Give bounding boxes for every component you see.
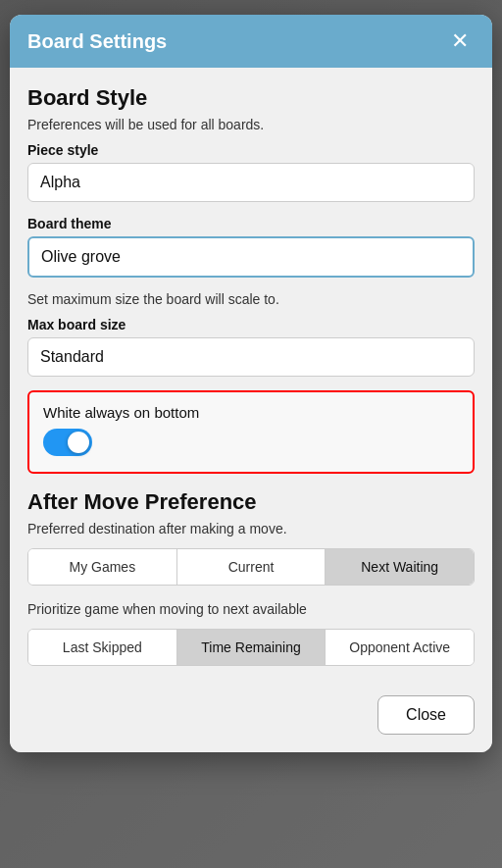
prioritize-desc: Prioritize game when moving to next avai… bbox=[27, 601, 475, 617]
max-board-size-label: Max board size bbox=[27, 317, 475, 332]
option-next-waiting[interactable]: Next Waiting bbox=[326, 549, 474, 585]
option-current[interactable]: Current bbox=[177, 549, 326, 585]
close-x-button[interactable]: ✕ bbox=[445, 28, 475, 54]
after-move-description: Preferred destination after making a mov… bbox=[27, 521, 475, 536]
white-bottom-label: White always on bottom bbox=[43, 404, 459, 421]
after-move-heading: After Move Preference bbox=[27, 489, 475, 515]
board-style-description: Preferences will be used for all boards. bbox=[27, 117, 475, 132]
toggle-thumb bbox=[68, 432, 89, 453]
max-size-desc: Set maximum size the board will scale to… bbox=[27, 291, 475, 307]
prioritize-options: Last Skipped Time Remaining Opponent Act… bbox=[27, 629, 475, 666]
modal-title: Board Settings bbox=[27, 30, 167, 53]
option-opponent-active[interactable]: Opponent Active bbox=[326, 630, 474, 665]
modal-body: Board Style Preferences will be used for… bbox=[10, 68, 492, 666]
after-move-options: My Games Current Next Waiting bbox=[27, 548, 475, 586]
board-style-heading: Board Style bbox=[27, 85, 475, 111]
board-style-section: Board Style Preferences will be used for… bbox=[27, 85, 475, 474]
after-move-section: After Move Preference Preferred destinat… bbox=[27, 489, 475, 666]
board-theme-input[interactable] bbox=[27, 236, 475, 278]
white-always-bottom-section: White always on bottom bbox=[27, 390, 475, 474]
board-theme-label: Board theme bbox=[27, 216, 475, 231]
max-board-size-input[interactable] bbox=[27, 337, 475, 377]
option-last-skipped[interactable]: Last Skipped bbox=[28, 630, 177, 665]
piece-style-input[interactable] bbox=[27, 163, 475, 202]
option-time-remaining[interactable]: Time Remaining bbox=[177, 630, 326, 665]
modal-header: Board Settings ✕ bbox=[10, 15, 492, 68]
option-my-games[interactable]: My Games bbox=[28, 549, 177, 585]
white-bottom-toggle[interactable] bbox=[43, 429, 92, 456]
close-button[interactable]: Close bbox=[377, 695, 475, 735]
modal-footer: Close bbox=[10, 682, 492, 752]
board-settings-modal: Board Settings ✕ Board Style Preferences… bbox=[10, 15, 492, 752]
piece-style-label: Piece style bbox=[27, 142, 475, 158]
